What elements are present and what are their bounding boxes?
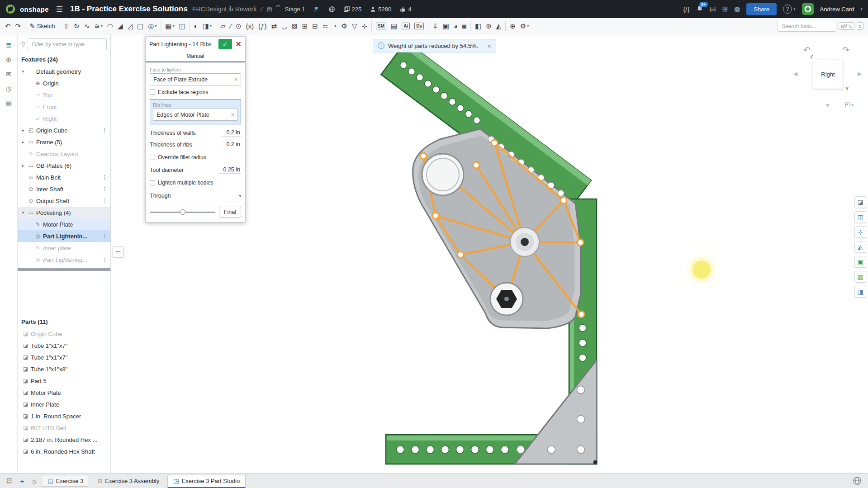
rotate-view-down-icon[interactable]: ▼ bbox=[825, 102, 830, 109]
toolbar-tool-sketch[interactable]: ✎ Sketch bbox=[27, 19, 57, 33]
notifications-bell[interactable]: 9+ bbox=[696, 5, 703, 14]
breadcrumb[interactable]: Stage 1 bbox=[277, 6, 305, 13]
toolbar-tool-measure[interactable]: ⊹ bbox=[359, 19, 370, 33]
toolbar-tool-export[interactable]: ⇓ bbox=[430, 19, 441, 33]
home-button[interactable]: ⌂ bbox=[29, 477, 39, 485]
feature-tree-item[interactable]: ✎ Motor Plate bbox=[18, 218, 110, 230]
toolbar-tool-transform[interactable]: ⇄ bbox=[269, 19, 279, 33]
feature-tree-item[interactable]: ▱ Right bbox=[18, 113, 110, 124]
toolbar-divider[interactable] bbox=[190, 21, 190, 31]
toolbar-tool-named-views[interactable]: ◭ bbox=[494, 19, 504, 33]
feature-tree-item[interactable]: ▸ ▭ GB Plates (6) bbox=[18, 160, 110, 171]
viewport-tool-section-view[interactable]: ◫ bbox=[854, 211, 866, 223]
toolbar-tool-shell[interactable]: ▢ bbox=[135, 19, 146, 33]
search-tools-input[interactable] bbox=[778, 21, 836, 32]
toolbar-tool-chamfer[interactable]: ◢ bbox=[115, 19, 125, 33]
add-tab-button[interactable]: + bbox=[18, 477, 27, 485]
reports-icon[interactable]: ▤ bbox=[710, 5, 716, 13]
toolbar-tool-print[interactable]: ▣ bbox=[441, 19, 451, 33]
toolbar-tool-fillet[interactable]: ◠ bbox=[105, 19, 115, 33]
toolbar-tool-redo[interactable]: ↷ bbox=[13, 19, 24, 33]
public-globe[interactable] bbox=[328, 6, 335, 13]
rollback-handle-button[interactable]: ≔ bbox=[113, 246, 124, 257]
tree-chevron-icon[interactable]: ▾ bbox=[20, 210, 26, 215]
slider-knob[interactable] bbox=[180, 209, 185, 215]
toolbar-tool-sheet-metal[interactable]: ◔ bbox=[330, 19, 339, 33]
part-list-item[interactable]: ◪ 2.187 in. Rounded Hex ... bbox=[18, 434, 110, 445]
rib-lines-field[interactable]: Edges of Motor Plate × bbox=[153, 109, 238, 121]
dropdown-caret-icon[interactable]: ▾ bbox=[210, 24, 212, 28]
apps-grid-icon[interactable]: ⊞ bbox=[722, 5, 728, 13]
toolbar-tool-ai-assistant[interactable]: Ai bbox=[399, 19, 412, 33]
toolbar-tool-exploded-view[interactable]: ⊛ bbox=[484, 19, 494, 33]
cancel-button[interactable]: ✕ bbox=[235, 40, 242, 48]
toolbar-tool-gear[interactable]: ⚙ bbox=[339, 19, 349, 33]
tree-chevron-icon[interactable]: ▸ bbox=[20, 163, 26, 168]
rotate-view-left-icon[interactable]: ◀ bbox=[793, 71, 797, 77]
feature-tree-item[interactable]: ▸ ◰ Origin Cube ⋮ bbox=[18, 124, 110, 136]
thickness-walls-input[interactable]: 0.2 in bbox=[222, 129, 241, 137]
view-cube-face[interactable]: Right bbox=[813, 60, 843, 89]
dropdown-caret-icon[interactable]: ▾ bbox=[155, 24, 157, 28]
part-list-item[interactable]: ◪ 1 in. Round Spacer bbox=[18, 410, 110, 422]
dropdown-caret-icon[interactable]: ▾ bbox=[527, 24, 529, 28]
learning-center-icon[interactable]: ◍ bbox=[734, 5, 740, 13]
part-list-item[interactable]: ◪ Tube 1"x1"x7" bbox=[18, 351, 110, 363]
preview-slider[interactable] bbox=[150, 209, 215, 215]
feature-tree-item[interactable]: ∞ Main Belt ⋮ bbox=[18, 171, 110, 183]
toolbar-tool-split[interactable]: ◨ ▾ bbox=[200, 19, 214, 33]
tree-chevron-icon[interactable]: ▸ bbox=[20, 140, 26, 144]
feature-tree-item[interactable]: ▾ ▭ Pocketing (4) bbox=[18, 207, 110, 218]
avatar[interactable] bbox=[802, 3, 814, 15]
toolbar-tool-variable[interactable]: (x) bbox=[244, 19, 256, 33]
toolbar-tool-plane[interactable]: ▱ bbox=[218, 19, 228, 33]
item-menu-dots-icon[interactable]: ⋮ bbox=[102, 233, 110, 239]
clear-selection-icon[interactable]: × bbox=[231, 111, 234, 118]
document-icon[interactable]: ▤ bbox=[266, 6, 272, 13]
panel-icon-comments-panel[interactable]: ✉ bbox=[2, 67, 15, 81]
followers-stat[interactable]: 5280 bbox=[370, 6, 391, 13]
toolbar-divider[interactable] bbox=[216, 21, 216, 31]
viewport-tool-mass-properties[interactable]: ◭ bbox=[854, 241, 866, 253]
toolbar-divider[interactable] bbox=[371, 21, 372, 31]
final-button[interactable]: Final bbox=[219, 207, 241, 218]
toolbar-divider[interactable] bbox=[505, 21, 506, 31]
checkbox-box[interactable] bbox=[150, 180, 155, 185]
rotate-left-icon[interactable]: ↶ bbox=[803, 45, 811, 55]
viewport-tool-measure[interactable]: ⊹ bbox=[854, 226, 866, 238]
toolbar-divider[interactable] bbox=[25, 21, 25, 31]
toolbar-divider[interactable] bbox=[161, 21, 161, 31]
toolbar-tool-replace-face[interactable]: ⊟ bbox=[310, 19, 320, 33]
viewport-tool-view-settings[interactable]: ◪ bbox=[854, 196, 866, 208]
lighten-multiple-checkbox[interactable]: Lighten multiple bodies bbox=[150, 180, 241, 186]
tree-chevron-icon[interactable]: ▸ bbox=[20, 128, 26, 133]
item-menu-dots-icon[interactable]: ⋮ bbox=[102, 198, 110, 204]
document-tab[interactable]: ⊞ Exercise 3 Assembly bbox=[92, 475, 165, 487]
feature-tree-item[interactable]: ▸ ▭ Frame (5) bbox=[18, 136, 110, 148]
toolbar-tool-delete-face[interactable]: ⊠ bbox=[289, 19, 300, 33]
item-menu-dots-icon[interactable]: ⋮ bbox=[102, 186, 110, 192]
part-list-item[interactable]: ◪ Inner Plate bbox=[18, 398, 110, 410]
tree-chevron-icon[interactable]: ▾ bbox=[20, 69, 26, 74]
document-tab[interactable]: ▤ Exercise 3 bbox=[42, 475, 89, 487]
part-list-item[interactable]: ◪ Tube 1"x1"x8" bbox=[18, 363, 110, 375]
part-list-item[interactable]: ◪ Motor Plate bbox=[18, 387, 110, 398]
toolbar-tool-boolean[interactable]: ◐ bbox=[192, 19, 200, 33]
likes-stat[interactable]: 4 bbox=[399, 6, 411, 13]
main-menu-icon[interactable]: ☰ bbox=[53, 5, 66, 14]
toolbar-tool-move-face[interactable]: ⊞ bbox=[300, 19, 310, 33]
part-list-item[interactable]: ◪ Origin Cube bbox=[18, 328, 110, 340]
toolbar-tool-sweep[interactable]: ∿ bbox=[82, 19, 92, 33]
tab-manual[interactable]: Manual bbox=[146, 51, 245, 62]
toolbar-tool-extrude[interactable]: ⇧ bbox=[61, 19, 71, 33]
viewport-tool-hidden-parts[interactable]: ▣ bbox=[854, 256, 866, 268]
present-icon[interactable]: ⊡ bbox=[4, 477, 15, 485]
toolbar-tool-revolve[interactable]: ↻ bbox=[71, 19, 82, 33]
toolbar-tool-display[interactable]: ◙ bbox=[460, 19, 469, 33]
part-list-item[interactable]: ◪ 6 in. Rounded Hex Shaft bbox=[18, 445, 110, 457]
dropdown-caret-icon[interactable]: ▾ bbox=[101, 24, 103, 28]
view-menu-button[interactable]: ◰▾ bbox=[845, 101, 854, 108]
featurescript-icon[interactable]: {/} bbox=[683, 5, 689, 13]
clear-selection-icon[interactable]: × bbox=[234, 76, 237, 83]
toolbar-divider[interactable] bbox=[59, 21, 59, 31]
